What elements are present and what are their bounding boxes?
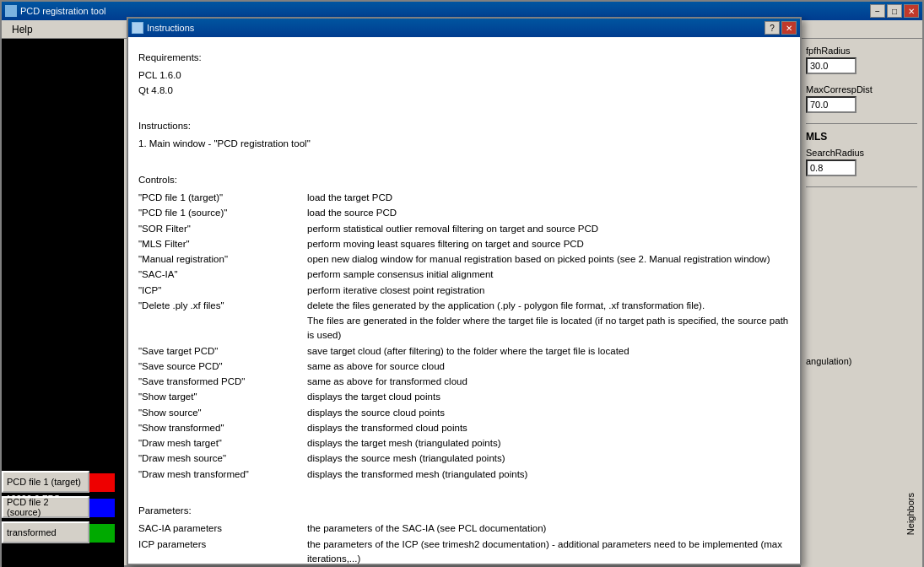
search-radius-input[interactable] [806, 159, 856, 176]
titlebar-buttons: − □ ✕ [870, 4, 919, 18]
pcl-version: PCL 1.6.0 [138, 68, 790, 83]
control-val-16: displays the source mesh (triangulated p… [307, 451, 790, 466]
max-corresp-label: MaxCorrespDist [806, 84, 917, 94]
controls-header: Controls: [138, 173, 790, 187]
right-panel: fpfhRadius MaxCorrespDist MLS SearchRadi… [800, 39, 922, 567]
control-row-14: "Show transformed" displays the transfor… [138, 421, 790, 435]
control-val-14: displays the transformed cloud points [307, 421, 790, 435]
pcd-file2-color [89, 499, 115, 517]
control-row-9: "Save target PCD" save target cloud (aft… [138, 344, 790, 359]
mls-title: MLS [806, 131, 917, 143]
dialog-title: Instructions [147, 23, 765, 33]
dialog-titlebar: Instructions ? ✕ [128, 19, 800, 37]
control-row-13: "Show source" displays the source cloud … [138, 406, 790, 420]
main-window: PCD registration tool − □ ✕ Help 10000.0… [0, 0, 924, 567]
max-corresp-section: MaxCorrespDist [806, 84, 917, 113]
dialog-help-button[interactable]: ? [765, 21, 780, 35]
pcd-file1-label: PCD file 1 (target) [7, 477, 84, 487]
control-val-17: displays the transformed mesh (triangula… [307, 467, 790, 482]
transformed-color [89, 524, 115, 543]
control-row-17: "Draw mesh transformed" displays the tra… [138, 467, 790, 482]
control-val-3: perform moving least squares filtering o… [307, 237, 790, 251]
control-key-10: "Save source PCD" [138, 359, 307, 374]
control-key-15: "Draw mesh target" [138, 436, 307, 451]
bottom-buttons: PCD file 1 (target) PCD file 2 (source) … [2, 471, 124, 547]
control-val-13: displays the source cloud points [307, 406, 790, 420]
control-val-9: save target cloud (after filtering) to t… [307, 344, 790, 359]
main-title: PCD registration tool [20, 6, 870, 16]
control-val-5: perform sample consensus initial alignme… [307, 267, 790, 282]
control-row-12: "Show target" displays the target cloud … [138, 390, 790, 404]
control-row-11: "Save transformed PCD" same as above for… [138, 375, 790, 389]
control-val-1: load the source PCD [307, 206, 790, 220]
pcd-file1-button[interactable]: PCD file 1 (target) [2, 471, 89, 493]
control-row-15: "Draw mesh target" displays the target m… [138, 436, 790, 451]
instructions-header: Instructions: [138, 119, 790, 133]
dialog-icon [132, 22, 143, 34]
restore-button[interactable]: □ [887, 4, 902, 18]
mls-section: MLS SearchRadius [806, 131, 917, 176]
control-key-1: "PCD file 1 (source)" [138, 206, 307, 220]
control-row-3: "MLS Filter" perform moving least square… [138, 237, 790, 251]
fpfh-section: fpfhRadius [806, 46, 917, 74]
close-button[interactable]: ✕ [904, 4, 919, 18]
control-key-3: "MLS Filter" [138, 237, 307, 251]
control-val-8: The files are generated in the folder wh… [307, 314, 790, 343]
search-radius-label: SearchRadius [806, 148, 917, 158]
dialog-titlebar-buttons: ? ✕ [765, 21, 797, 35]
dialog-close-button[interactable]: ✕ [781, 21, 797, 35]
control-key-8 [138, 314, 307, 343]
param-key-1: ICP parameters [138, 537, 307, 564]
control-key-12: "Show target" [138, 390, 307, 404]
control-key-13: "Show source" [138, 406, 307, 420]
param-key-0: SAC-IA parameters [138, 521, 307, 536]
control-key-9: "Save target PCD" [138, 344, 307, 359]
triangulation-label: angulation) [806, 356, 917, 366]
control-key-7: "Delete .ply .xf files" [138, 299, 307, 313]
control-row-2: "SOR Filter" perform statistical outlier… [138, 222, 790, 236]
divider2 [806, 186, 917, 187]
control-row-8: The files are generated in the folder wh… [138, 314, 790, 343]
transformed-button[interactable]: transformed [2, 521, 89, 543]
control-val-7: delete the files generated by the applic… [307, 299, 790, 313]
pcd-file1-color [89, 473, 115, 492]
fpfh-radius-label: fpfhRadius [806, 46, 917, 56]
control-key-11: "Save transformed PCD" [138, 375, 307, 389]
control-row-16: "Draw mesh source" displays the source m… [138, 451, 790, 466]
control-val-0: load the target PCD [307, 191, 790, 205]
control-row-6: "ICP" perform iterative closest point re… [138, 284, 790, 298]
control-val-11: same as above for transformed cloud [307, 375, 790, 389]
control-row-10: "Save source PCD" same as above for sour… [138, 359, 790, 374]
control-key-14: "Show transformed" [138, 421, 307, 435]
control-key-17: "Draw mesh transformed" [138, 467, 307, 482]
minimize-button[interactable]: − [870, 4, 885, 18]
control-key-2: "SOR Filter" [138, 222, 307, 236]
control-val-10: same as above for source cloud [307, 359, 790, 374]
param-row-1: ICP parameters the parameters of the ICP… [138, 537, 790, 564]
control-key-5: "SAC-IA" [138, 267, 307, 282]
param-val-1: the parameters of the ICP (see trimesh2 … [307, 537, 790, 564]
control-val-4: open new dialog window for manual regist… [307, 252, 790, 267]
fpfh-radius-input[interactable] [806, 57, 856, 74]
control-key-0: "PCD file 1 (target)" [138, 191, 307, 205]
param-val-0: the parameters of the SAC-IA (see PCL do… [307, 521, 790, 536]
help-menu[interactable]: Help [5, 22, 40, 37]
param-row-0: SAC-IA parameters the parameters of the … [138, 521, 790, 536]
transformed-label: transformed [7, 527, 84, 537]
pcd-file2-button[interactable]: PCD file 2 (source) [2, 496, 89, 518]
control-row-5: "SAC-IA" perform sample consensus initia… [138, 267, 790, 282]
app-icon [5, 5, 17, 17]
control-val-2: perform statistical outlier removal filt… [307, 222, 790, 236]
dialog-content[interactable]: Requirements: PCL 1.6.0 Qt 4.8.0 Instruc… [128, 37, 800, 564]
control-val-12: displays the target cloud points [307, 390, 790, 404]
neighbors-label: Neighbors [905, 493, 916, 535]
parameters-header: Parameters: [138, 504, 790, 518]
max-corresp-input[interactable] [806, 96, 856, 113]
qt-version: Qt 4.8.0 [138, 84, 790, 98]
control-row-0: "PCD file 1 (target)" load the target PC… [138, 191, 790, 205]
control-val-15: displays the target mesh (triangulated p… [307, 436, 790, 451]
main-window-desc: 1. Main window - "PCD registration tool" [138, 137, 790, 151]
control-val-6: perform iterative closest point registra… [307, 284, 790, 298]
control-row-7: "Delete .ply .xf files" delete the files… [138, 299, 790, 313]
control-key-16: "Draw mesh source" [138, 451, 307, 466]
